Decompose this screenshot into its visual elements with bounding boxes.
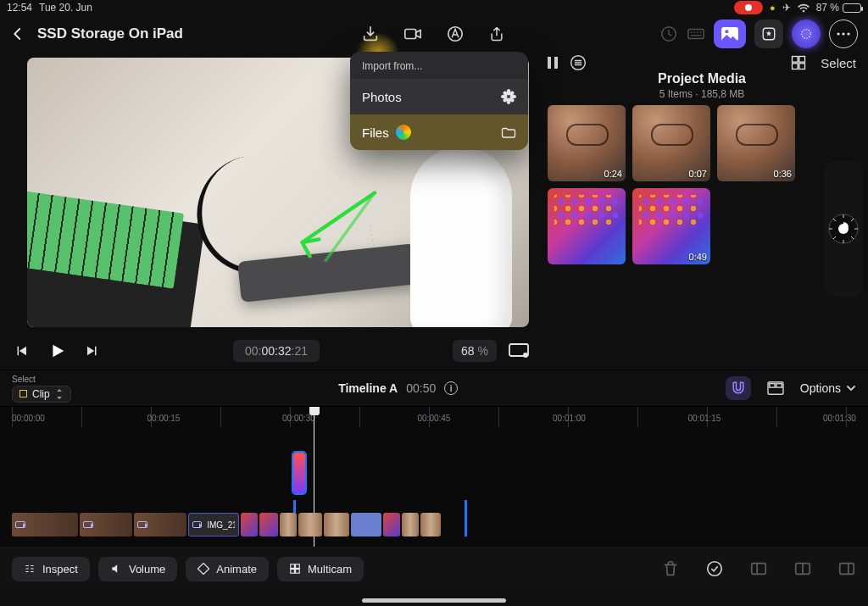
timeline-view-button[interactable] [763,376,788,400]
svg-rect-47 [752,564,766,575]
timeline-clip[interactable] [12,513,78,537]
wifi-icon [798,3,810,13]
svg-rect-25 [799,57,805,63]
svg-rect-51 [840,564,854,575]
split-left-button[interactable] [749,559,768,578]
media-photo-button[interactable] [714,19,746,48]
keyboard-icon[interactable] [687,25,705,43]
svg-rect-45 [296,570,300,574]
animate-button[interactable]: Animate [186,557,269,581]
timeline-select-mode[interactable]: Clip [12,386,71,403]
status-time: 12:54 [7,2,32,14]
prev-clip-button[interactable] [14,343,29,359]
timeline-clip[interactable] [324,513,349,537]
ai-tools-button[interactable] [792,19,821,48]
timeline-info-button[interactable]: i [444,381,458,395]
media-thumb[interactable]: 0:07 [632,105,710,181]
timecode-display[interactable]: 00:00:32:21 [233,340,320,362]
overwrite-clip[interactable] [293,453,305,493]
clip-mode-icon [19,390,27,398]
timeline-options-button[interactable]: Options [800,381,856,395]
media-panel-title: Project Media [548,71,856,86]
timeline-ruler[interactable]: 00:00:00 00:00:15 00:00:30 00:00:45 00:0… [0,407,868,427]
import-popover: Import from... Photos Files [350,52,528,150]
svg-point-5 [725,30,728,33]
timeline-magnet-button[interactable] [726,376,751,400]
split-center-button[interactable] [793,559,812,578]
svg-rect-43 [296,564,300,569]
timeline-clip[interactable] [80,513,132,537]
multicam-button[interactable]: Multicam [277,557,364,581]
play-button[interactable] [47,342,66,360]
inspect-button[interactable]: Inspect [12,557,90,581]
primary-track[interactable]: IMG_21 [12,509,856,540]
title-bar: SSD Storage On iPad [0,15,868,53]
timeline-clip[interactable] [351,513,381,537]
svg-rect-26 [793,64,798,69]
volume-button[interactable]: Volume [98,557,177,581]
timeline-clip[interactable] [298,513,322,537]
media-list-view-button[interactable] [570,54,587,71]
svg-rect-41 [198,563,209,574]
viewer-display-options[interactable] [509,343,529,359]
timeline-clip[interactable] [420,513,441,537]
svg-rect-44 [291,570,295,574]
svg-point-10 [847,32,849,35]
battery-indicator: 87 % [816,2,861,14]
more-menu-button[interactable] [829,19,858,48]
svg-rect-39 [770,384,775,388]
project-title: SSD Storage On iPad [37,25,183,42]
svg-point-20 [523,353,528,358]
timeline-clip[interactable] [241,513,258,537]
split-right-button[interactable] [837,559,856,578]
media-thumb[interactable]: 0:24 [548,105,626,181]
timeline-clip[interactable]: IMG_21 [188,513,239,537]
timeline-name: Timeline A [338,381,398,395]
bottom-toolbar: Inspect Volume Animate Multicam [0,547,868,591]
media-thumb[interactable]: 0:36 [717,105,795,181]
delete-button[interactable] [661,559,680,578]
media-play-toggle[interactable] [548,57,558,69]
svg-point-7 [802,30,811,39]
voiceover-icon[interactable] [446,25,465,43]
timeline-header: Select Clip Timeline A 00:50 i Options [0,370,868,407]
media-thumb[interactable] [548,188,626,264]
media-effects-button[interactable] [754,19,783,48]
status-bar: 12:54 Tue 20. Jun ● ✈︎ 87 % [0,0,868,15]
svg-rect-40 [776,384,782,388]
home-indicator[interactable] [362,598,506,603]
timeline[interactable]: 00:00:00 00:00:15 00:00:30 00:00:45 00:0… [0,407,868,547]
media-thumb[interactable]: 0:49 [632,188,710,264]
import-from-files[interactable]: Files [350,114,528,150]
status-date: Tue 20. Jun [39,2,92,14]
timeline-clip[interactable] [134,513,186,537]
timeline-clip[interactable] [259,513,278,537]
rotation-lock-icon: ● [770,3,776,13]
transport-bar: 00:00:32:21 68 % [14,332,529,370]
back-button[interactable] [10,26,25,42]
svg-point-8 [837,32,839,35]
svg-rect-42 [291,564,295,569]
viewer-zoom[interactable]: 68 % [453,340,497,362]
jog-wheel[interactable] [824,161,863,297]
media-select-button[interactable]: Select [821,56,856,70]
screen-recording-indicator[interactable] [734,1,763,14]
approve-button[interactable] [705,559,724,578]
history-icon[interactable] [659,25,678,43]
svg-rect-27 [799,64,805,69]
import-files-label: Files [362,125,389,140]
media-grid-view-button[interactable] [790,54,807,71]
timeline-clip[interactable] [280,513,297,537]
svg-rect-3 [688,30,704,39]
svg-rect-21 [548,57,551,69]
timeline-clip[interactable] [402,513,419,537]
timeline-select-label: Select [12,375,71,384]
highlight-pointer [396,125,411,140]
import-from-photos[interactable]: Photos [350,79,528,114]
timeline-clip[interactable] [383,513,400,537]
camera-icon[interactable] [403,25,422,43]
svg-point-37 [838,224,849,234]
photos-app-icon [501,89,516,104]
next-clip-button[interactable] [85,343,100,359]
share-icon[interactable] [488,25,507,43]
